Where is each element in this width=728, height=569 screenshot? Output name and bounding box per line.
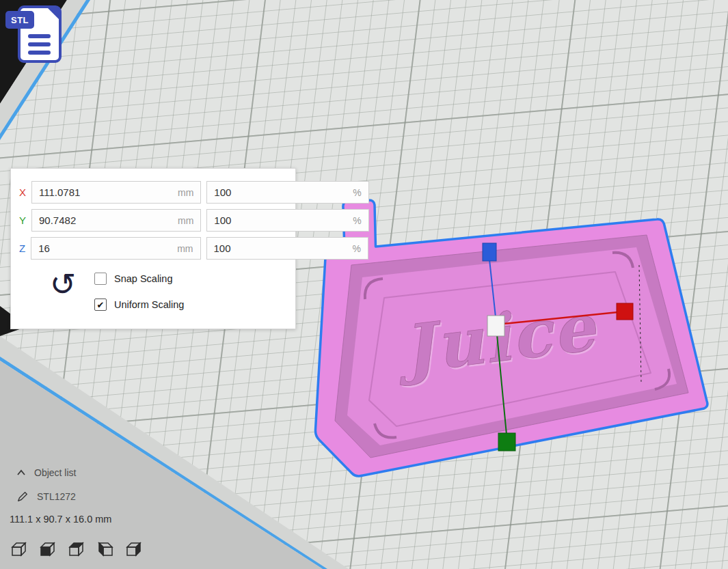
x-percent-input[interactable] <box>207 186 353 198</box>
stl-badge: STL <box>5 11 34 29</box>
y-size-input[interactable] <box>32 214 178 226</box>
pencil-icon <box>16 490 29 503</box>
object-list-label: Object list <box>34 467 76 478</box>
x-axis-label: X <box>19 186 26 198</box>
view-right-icon[interactable] <box>124 540 144 559</box>
uniform-scaling-checkbox[interactable]: ✔ <box>94 299 107 311</box>
camera-view-toolbar <box>10 540 144 559</box>
x-size-field: mm <box>31 181 201 204</box>
object-name: STL1272 <box>37 491 76 502</box>
object-list-item[interactable]: STL1272 <box>16 490 76 503</box>
x-size-unit: mm <box>178 187 200 198</box>
scale-handle-x[interactable] <box>617 303 633 320</box>
z-percent-unit: % <box>353 243 368 254</box>
x-percent-unit: % <box>353 187 368 198</box>
object-list-toggle[interactable]: Object list <box>16 467 76 478</box>
scale-handle-center[interactable] <box>487 316 504 336</box>
view-top-icon[interactable] <box>67 540 86 559</box>
document-line <box>28 42 51 46</box>
y-size-field: mm <box>31 209 201 232</box>
z-axis-label: Z <box>19 242 25 254</box>
stl-file-icon: STL <box>5 3 66 66</box>
z-size-unit: mm <box>177 243 200 254</box>
y-axis-label: Y <box>19 214 26 226</box>
y-percent-unit: % <box>353 215 368 226</box>
document-line <box>28 51 51 55</box>
model-juice-mold[interactable]: Juice Juice <box>294 190 721 494</box>
document-line <box>28 34 51 38</box>
z-size-input[interactable] <box>31 242 177 254</box>
y-percent-input[interactable] <box>207 214 353 226</box>
reset-scale-button[interactable]: ↺ <box>46 266 79 303</box>
uniform-scaling-option[interactable]: ✔ Uniform Scaling <box>94 299 184 311</box>
view-front-icon[interactable] <box>38 540 57 559</box>
view-3d-icon[interactable] <box>10 540 29 559</box>
snap-scaling-option[interactable]: Snap Scaling <box>94 273 172 285</box>
z-percent-input[interactable] <box>207 242 353 254</box>
x-size-input[interactable] <box>32 186 178 198</box>
chevron-up-icon <box>16 469 26 476</box>
scale-handle-z[interactable] <box>483 243 496 261</box>
y-percent-field: % <box>206 209 368 232</box>
y-size-unit: mm <box>178 215 200 226</box>
z-size-field: mm <box>31 237 200 260</box>
z-percent-field: % <box>206 237 368 260</box>
snap-scaling-label: Snap Scaling <box>114 273 172 284</box>
view-left-icon[interactable] <box>96 540 115 559</box>
x-percent-field: % <box>206 181 368 204</box>
scale-handle-y[interactable] <box>498 433 515 451</box>
uniform-scaling-label: Uniform Scaling <box>114 299 184 310</box>
folded-corner-icon <box>47 8 59 20</box>
model-dimensions: 111.1 x 90.7 x 16.0 mm <box>10 514 111 525</box>
scale-tool-panel: X mm % Y mm % Z mm % ↺ <box>10 168 296 329</box>
snap-scaling-checkbox[interactable] <box>94 273 107 285</box>
